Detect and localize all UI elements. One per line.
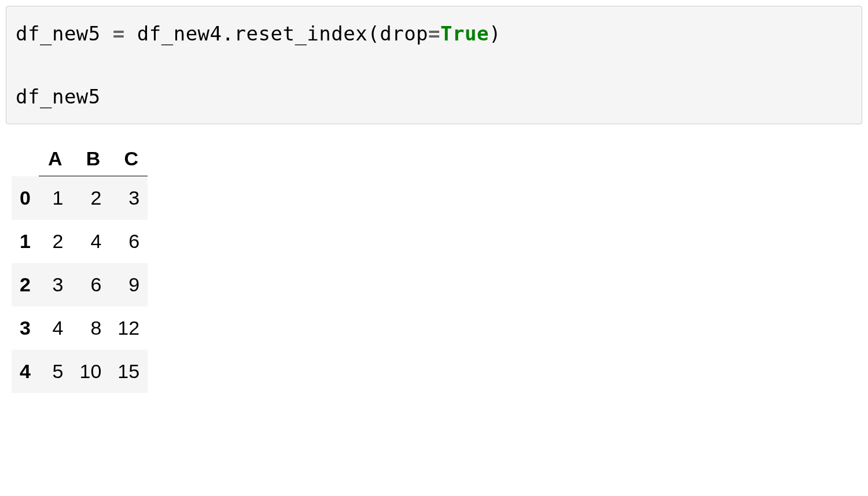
output-area: A B C 0 1 2 3 1 2 4 6 2 3 6 9 (0, 136, 868, 399)
table-index-header (12, 142, 39, 176)
table-cell: 9 (109, 263, 148, 306)
table-cell: 6 (109, 220, 148, 263)
code-token-rparen: ) (489, 22, 501, 45)
table-cell: 1 (39, 176, 72, 220)
table-row: 0 1 2 3 (12, 176, 148, 220)
code-line-3: df_new5 (16, 81, 852, 112)
code-token-assign: = (113, 22, 125, 45)
table-cell: 3 (109, 176, 148, 220)
code-token-true: True (440, 22, 489, 45)
table-cell: 4 (39, 306, 72, 350)
table-row: 1 2 4 6 (12, 220, 148, 263)
table-column-header: C (109, 142, 148, 176)
table-cell: 3 (39, 263, 72, 306)
code-input-cell[interactable]: df_new5 = df_new4.reset_index(drop=True)… (6, 6, 862, 124)
table-cell: 2 (71, 176, 109, 220)
code-line-blank (16, 49, 852, 80)
code-token-fn: reset_index (234, 22, 368, 45)
code-token-var: df_new5 (16, 85, 101, 108)
table-row-index: 2 (12, 263, 39, 306)
table-row: 2 3 6 9 (12, 263, 148, 306)
code-token-space (125, 22, 137, 45)
table-row-index: 4 (12, 350, 39, 393)
table-cell: 4 (71, 220, 109, 263)
table-cell: 10 (71, 350, 109, 393)
table-cell: 8 (71, 306, 109, 350)
code-token-var: df_new5 (16, 22, 101, 45)
code-token-kwarg: drop (380, 22, 428, 45)
table-row-index: 3 (12, 306, 39, 350)
table-cell: 6 (71, 263, 109, 306)
table-cell: 15 (109, 350, 148, 393)
table-cell: 5 (39, 350, 72, 393)
table-row-index: 0 (12, 176, 39, 220)
table-column-header: B (71, 142, 109, 176)
code-token-space (101, 22, 113, 45)
table-row: 4 5 10 15 (12, 350, 148, 393)
table-column-header: A (39, 142, 72, 176)
table-row-index: 1 (12, 220, 39, 263)
dataframe-table: A B C 0 1 2 3 1 2 4 6 2 3 6 9 (12, 142, 148, 393)
code-token-eq: = (428, 22, 440, 45)
table-cell: 2 (39, 220, 72, 263)
table-row: 3 4 8 12 (12, 306, 148, 350)
code-token-lparen: ( (367, 22, 380, 45)
table-cell: 12 (109, 306, 148, 350)
code-line-1: df_new5 = df_new4.reset_index(drop=True) (16, 18, 852, 49)
code-token-dot: . (222, 22, 234, 45)
code-token-var: df_new4 (137, 22, 222, 45)
